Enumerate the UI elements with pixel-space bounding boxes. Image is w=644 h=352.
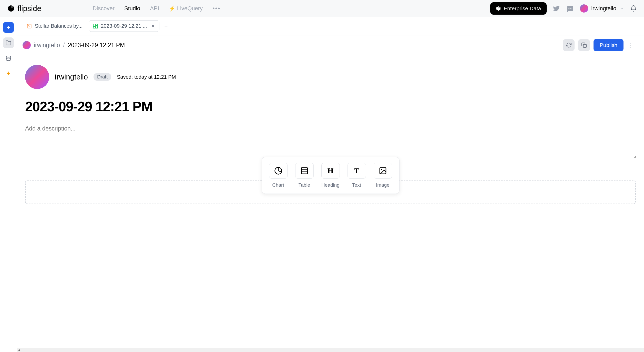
- publish-button[interactable]: Publish: [594, 39, 623, 51]
- nav-studio[interactable]: Studio: [124, 5, 140, 12]
- svg-point-0: [6, 56, 11, 57]
- image-icon: [379, 167, 387, 175]
- breadcrumb-sep: /: [63, 42, 65, 49]
- svg-rect-2: [93, 24, 95, 26]
- chart-icon: [274, 167, 282, 175]
- table-icon: [300, 167, 309, 175]
- lightning-icon: ⚡: [169, 5, 175, 12]
- database-icon: [6, 55, 11, 61]
- tab-label: 2023-09-29 12:21 ...: [101, 23, 147, 29]
- nav-links: Discover Studio API ⚡ LiveQuery •••: [93, 5, 220, 12]
- copy-icon: [581, 42, 587, 48]
- copy-button[interactable]: [578, 39, 590, 51]
- username-label: irwingtello: [591, 5, 616, 12]
- folder-button[interactable]: [3, 37, 14, 48]
- logo[interactable]: flipside: [7, 4, 41, 13]
- more-dots-icon[interactable]: •••: [212, 5, 220, 12]
- svg-rect-4: [96, 25, 97, 28]
- text-icon: T: [354, 166, 359, 175]
- scroll-left-arrow[interactable]: ◀: [18, 348, 20, 352]
- app-header: flipside Discover Studio API ⚡ LiveQuery…: [0, 0, 644, 17]
- draft-badge: Draft: [94, 73, 111, 81]
- enterprise-data-button[interactable]: Enterprise Data: [490, 2, 547, 15]
- notifications-icon[interactable]: [630, 5, 637, 12]
- document-title[interactable]: 2023-09-29 12:21 PM: [25, 99, 636, 114]
- breadcrumb: irwingtello / 2023-09-29 12:21 PM: [23, 41, 125, 49]
- lightning-button[interactable]: [3, 68, 14, 79]
- folder-icon: [6, 40, 11, 46]
- insert-image-button[interactable]: Image: [374, 163, 392, 188]
- author-row: irwingtello Draft Saved: today at 12:21 …: [25, 65, 636, 89]
- breadcrumb-title: 2023-09-29 12:21 PM: [68, 42, 125, 49]
- tab-stellar-balances[interactable]: Stellar Balances by...: [23, 21, 87, 32]
- insert-heading-button[interactable]: H Heading: [321, 163, 340, 188]
- discord-icon[interactable]: [566, 5, 574, 12]
- insert-text-button[interactable]: T Text: [347, 163, 366, 188]
- refresh-icon: [566, 42, 571, 48]
- avatar: [23, 41, 31, 49]
- author-name: irwingtello: [55, 73, 88, 81]
- tool-label: Image: [376, 182, 390, 188]
- breadcrumb-actions: Publish ⋮: [563, 39, 633, 51]
- svg-rect-8: [301, 168, 308, 174]
- svg-point-10: [381, 169, 382, 170]
- breadcrumb-user[interactable]: irwingtello: [34, 42, 60, 49]
- svg-rect-5: [93, 26, 95, 28]
- tabs-bar: Stellar Balances by... 2023-09-29 12:21 …: [17, 17, 644, 35]
- tab-current-dashboard[interactable]: 2023-09-29 12:21 ... ✕: [89, 20, 159, 32]
- dashboard-icon: [93, 24, 98, 28]
- logo-text: flipside: [17, 4, 41, 13]
- insert-chart-button[interactable]: Chart: [269, 163, 288, 188]
- header-right: Enterprise Data irwingtello: [490, 2, 637, 15]
- tool-label: Chart: [272, 182, 284, 188]
- refresh-button[interactable]: [563, 39, 575, 51]
- tool-label: Table: [299, 182, 310, 188]
- cube-icon: [496, 6, 501, 11]
- more-menu-icon[interactable]: ⋮: [627, 42, 633, 49]
- tool-label: Heading: [321, 182, 340, 188]
- flipside-logo-icon: [7, 5, 15, 12]
- horizontal-scrollbar[interactable]: ◀: [17, 348, 644, 352]
- main-area: Stellar Balances by... 2023-09-29 12:21 …: [17, 17, 644, 352]
- insert-table-button[interactable]: Table: [295, 163, 314, 188]
- nav-api[interactable]: API: [150, 5, 159, 12]
- svg-rect-6: [583, 44, 586, 47]
- add-tab-button[interactable]: +: [161, 21, 171, 32]
- plus-icon: [6, 25, 11, 30]
- twitter-icon[interactable]: [553, 5, 560, 12]
- tool-label: Text: [352, 182, 361, 188]
- chevron-down-icon: [619, 6, 624, 11]
- breadcrumb-bar: irwingtello / 2023-09-29 12:21 PM Publis…: [17, 35, 644, 55]
- avatar: [25, 65, 49, 89]
- heading-icon: H: [328, 166, 333, 175]
- svg-rect-3: [96, 24, 97, 25]
- nav-discover[interactable]: Discover: [93, 5, 115, 12]
- saved-text: Saved: today at 12:21 PM: [117, 74, 176, 80]
- bolt-icon: [6, 71, 11, 76]
- close-icon[interactable]: ✕: [151, 23, 155, 29]
- user-menu[interactable]: irwingtello: [580, 4, 624, 13]
- database-button[interactable]: [3, 53, 14, 64]
- tab-label: Stellar Balances by...: [35, 23, 83, 29]
- nav-livequery[interactable]: ⚡ LiveQuery: [169, 5, 203, 12]
- avatar: [580, 4, 588, 13]
- query-icon: [27, 24, 32, 29]
- new-button[interactable]: [3, 22, 14, 33]
- content-area: irwingtello Draft Saved: today at 12:21 …: [17, 55, 644, 348]
- description-input[interactable]: [25, 125, 636, 158]
- insert-toolbar: Chart Table H Heading T: [262, 157, 400, 194]
- sidebar: [0, 17, 17, 352]
